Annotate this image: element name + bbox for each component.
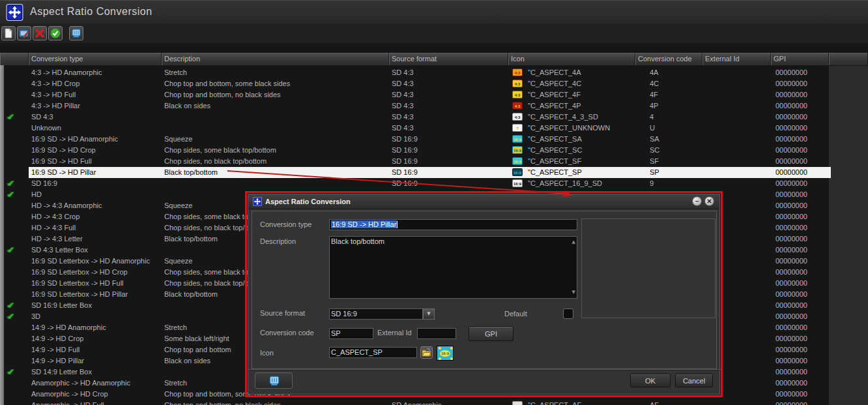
- column-header-source-format[interactable]: Source format: [389, 53, 508, 65]
- table-row[interactable]: 4:3 -> HD CropChop top and bottom, some …: [0, 78, 868, 89]
- scroll-up-icon[interactable]: ▲: [572, 237, 575, 247]
- table-row[interactable]: 16:9 SD -> HD FullChop sides, no black t…: [0, 156, 868, 167]
- table-row[interactable]: 16:9 SD -> HD AnamorphicSqueezeSD 16:916…: [0, 134, 868, 145]
- cell-icon: 4:3"C_ASPECT_4P: [512, 100, 634, 112]
- default-checkbox[interactable]: [563, 308, 573, 319]
- aspect-icon: 16:9: [512, 168, 523, 176]
- check-icon: ✔: [7, 178, 15, 189]
- minimize-icon[interactable]: –: [692, 196, 702, 206]
- selected-text: 16:9 SD -> HD Pillar: [331, 220, 397, 228]
- table-row[interactable]: 16:9 SD -> HD CropChop sides, some black…: [0, 145, 868, 156]
- cell-gpi: 00000000: [775, 389, 828, 400]
- close-icon[interactable]: ✕: [704, 196, 714, 206]
- column-header-icon[interactable]: Icon: [508, 53, 635, 65]
- icon-name: "C_ASPECT_16_9_SD: [528, 178, 602, 189]
- table-row[interactable]: 4:3 -> HD FullChop top and bottom, no bl…: [0, 89, 868, 100]
- column-header-external-id[interactable]: External Id: [702, 53, 771, 65]
- table-row[interactable]: 4:3 -> HD PillarBlack on sidesSD 4:34:3"…: [0, 100, 868, 112]
- conversion-type-label: Conversion type: [260, 220, 312, 228]
- open-folder-icon[interactable]: [420, 346, 433, 359]
- cell-description: Chop top and bottom, no black sides: [164, 89, 388, 100]
- cell-description: Chop sides, no black top/bottom: [164, 156, 388, 167]
- dialog-footer: OK Cancel: [248, 369, 721, 396]
- conversion-type-input[interactable]: 16:9 SD -> HD Pillar: [329, 219, 577, 230]
- aspect-icon: 16:9: [512, 135, 523, 143]
- column-header-description[interactable]: Description: [162, 53, 389, 65]
- icon-name: "C_ASPECT_UNKNOWN: [528, 123, 610, 134]
- cancel-button[interactable]: Cancel: [675, 374, 713, 387]
- cell-gpi: 00000000: [775, 300, 828, 311]
- cell-conversion-type: 14:9 -> HD Crop: [31, 333, 160, 344]
- cell-external-id: [705, 156, 770, 167]
- cell-conversion-type: 16:9 SD -> HD Full: [31, 156, 160, 167]
- cell-conversion-type: 4:3 -> HD Pillar: [31, 100, 160, 112]
- dialog-titlebar[interactable]: Aspect Ratio Conversion – ✕: [248, 194, 719, 209]
- cell-source-format: SD 4:3: [392, 78, 507, 89]
- cell-conversion-code: SP: [650, 167, 701, 178]
- icon-name: "C_ASPECT_4P: [528, 100, 581, 112]
- cell-conversion-code: 4C: [650, 78, 701, 89]
- cell-conversion-type: SD 16:9 Letter Box: [31, 300, 160, 311]
- cell-conversion-type: Anamorphic -> HD Anamorphic: [31, 378, 160, 389]
- cell-external-id: [705, 67, 770, 78]
- source-format-select[interactable]: SD 16:9: [329, 308, 423, 320]
- column-header-blank[interactable]: [0, 53, 29, 65]
- cell-description: Chop sides, some black top/bottom: [164, 145, 388, 156]
- cell-source-format: SD 16:9: [392, 167, 507, 178]
- icon-name: "C_ASPECT_4_3_SD: [528, 112, 598, 123]
- cell-source-format: SD 16:9: [392, 156, 507, 167]
- aspect-ratio-conversion-dialog: Aspect Ratio Conversion – ✕ Conversion t…: [248, 194, 720, 395]
- cell-icon: 16:9"C_ASPECT_SA: [512, 134, 634, 145]
- icon-name-input[interactable]: C_ASPECT_SP: [329, 347, 417, 358]
- chevron-down-icon[interactable]: ▼: [423, 308, 435, 320]
- cell-conversion-code: SA: [650, 134, 701, 145]
- description-textarea[interactable]: Black top/bottom ▲ ▼: [329, 236, 577, 299]
- table-row[interactable]: UnknownSD 4:3?"C_ASPECT_UNKNOWNU00000000: [0, 123, 868, 134]
- cell-description: Black on sides: [164, 100, 388, 112]
- cell-external-id: [705, 123, 770, 134]
- cell-icon: 4:3"C_ASPECT_4_3_SD: [512, 112, 634, 123]
- description-text: Black top/bottom: [331, 237, 384, 245]
- cell-conversion-code: SF: [650, 156, 701, 167]
- cell-conversion-type: 14:9 -> HD Anamorphic: [31, 322, 160, 333]
- system-device-icon[interactable]: [255, 372, 293, 389]
- cell-gpi: 00000000: [775, 112, 828, 123]
- cell-gpi: 00000000: [775, 400, 828, 405]
- cell-gpi: 00000000: [775, 67, 828, 78]
- aspect-icon: 16:9: [512, 146, 523, 154]
- cell-gpi: 00000000: [775, 200, 828, 211]
- cell-conversion-code: 4P: [650, 100, 701, 112]
- aspect-icon: ?: [512, 124, 523, 132]
- cell-conversion-type: 16:9 SD Letterbox -> HD Pillar: [31, 289, 160, 300]
- icon-name-value: C_ASPECT_SP: [331, 348, 383, 356]
- check-icon: ✔: [7, 300, 15, 311]
- column-header-gpi[interactable]: GPI: [771, 53, 829, 65]
- cell-gpi: 00000000: [775, 378, 828, 389]
- column-header-conversion-code[interactable]: Conversion code: [635, 53, 702, 65]
- cell-gpi: 00000000: [775, 333, 828, 344]
- conversion-code-input[interactable]: SP: [329, 328, 373, 339]
- scroll-down-icon[interactable]: ▼: [572, 288, 575, 297]
- column-header-blank[interactable]: [829, 53, 868, 65]
- table-row[interactable]: 4:3 -> HD AnamorphicStretchSD 4:34:3"C_A…: [0, 67, 868, 78]
- cell-external-id: [705, 112, 770, 123]
- cell-icon: 4:3"C_ASPECT_4C: [512, 78, 634, 89]
- cell-source-format: SD 4:3: [392, 123, 507, 134]
- gpi-button[interactable]: GPI: [469, 326, 514, 341]
- ok-button[interactable]: OK: [630, 374, 671, 387]
- table-row[interactable]: ✔SD 4:3SD 4:34:3"C_ASPECT_4_3_SD40000000…: [0, 112, 868, 123]
- cell-gpi: 00000000: [775, 245, 828, 256]
- icon-label: Icon: [260, 349, 274, 357]
- table-row[interactable]: 16:9 SD -> HD PillarBlack top/bottomSD 1…: [0, 167, 868, 178]
- cell-source-format: SD 16:9: [392, 145, 507, 156]
- column-header-conversion-type[interactable]: Conversion type: [29, 53, 162, 65]
- table-row[interactable]: Anamorphic -> HD FullChop top and bottom…: [0, 400, 868, 405]
- cell-conversion-code: 4A: [650, 67, 701, 78]
- external-id-input[interactable]: [417, 328, 456, 339]
- cell-icon: 4:3"C_ASPECT_4F: [512, 89, 634, 100]
- icon-name: "C_ASPECT_4F: [528, 89, 581, 100]
- check-icon: ✔: [7, 112, 15, 123]
- cell-conversion-code: U: [650, 123, 701, 134]
- cell-conversion-type: 16:9 SD -> HD Pillar: [31, 167, 160, 178]
- table-row[interactable]: ✔SD 16:9SD 16:916:9"C_ASPECT_16_9_SD9000…: [0, 178, 868, 189]
